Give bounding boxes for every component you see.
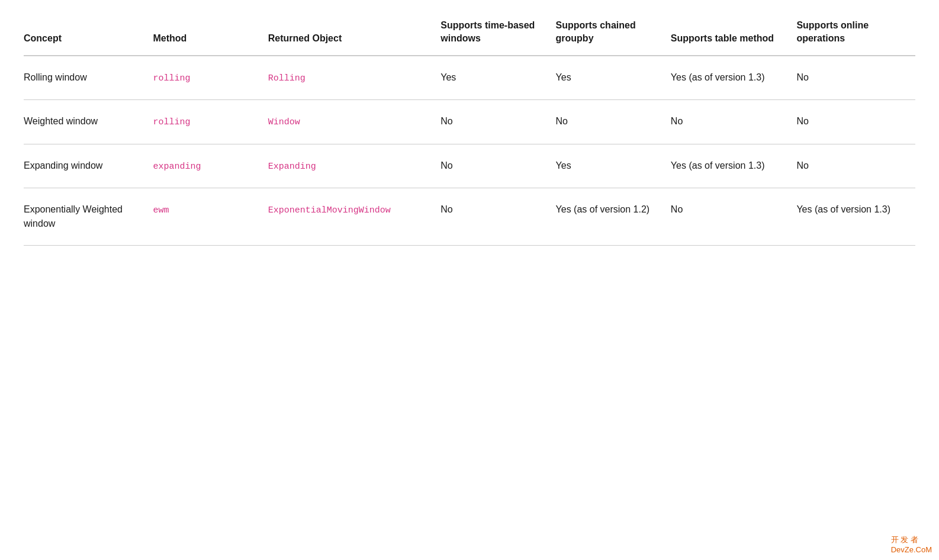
col-header-timebased: Supports time-based windows [433, 12, 548, 56]
cell-tablemethod: Yes (as of version 1.3) [664, 144, 790, 188]
cell-method: ewm [146, 188, 261, 246]
table-row: Weighted windowrollingWindowNoNoNoNo [24, 100, 915, 144]
col-header-returned: Returned Object [261, 12, 433, 56]
table-header-row: Concept Method Returned Object Supports … [24, 12, 915, 56]
cell-online: No [789, 144, 915, 188]
col-header-online: Supports online operations [789, 12, 915, 56]
cell-returned: Rolling [261, 56, 433, 100]
col-header-chained: Supports chained groupby [549, 12, 664, 56]
cell-timebased: No [433, 144, 548, 188]
cell-tablemethod: No [664, 188, 790, 246]
comparison-table: Concept Method Returned Object Supports … [24, 12, 915, 246]
cell-timebased: No [433, 188, 548, 246]
cell-online: Yes (as of version 1.3) [789, 188, 915, 246]
col-header-tablemethod: Supports table method [664, 12, 790, 56]
cell-timebased: No [433, 100, 548, 144]
cell-chained: Yes [549, 56, 664, 100]
cell-concept: Expanding window [24, 144, 146, 188]
cell-method: rolling [146, 100, 261, 144]
cell-method: expanding [146, 144, 261, 188]
col-header-method: Method [146, 12, 261, 56]
cell-returned: Expanding [261, 144, 433, 188]
cell-chained: Yes (as of version 1.2) [549, 188, 664, 246]
table-row: Exponentially Weighted windowewmExponent… [24, 188, 915, 246]
cell-concept: Rolling window [24, 56, 146, 100]
cell-timebased: Yes [433, 56, 548, 100]
cell-chained: No [549, 100, 664, 144]
table-row: Expanding windowexpandingExpandingNoYesY… [24, 144, 915, 188]
cell-concept: Weighted window [24, 100, 146, 144]
cell-tablemethod: Yes (as of version 1.3) [664, 56, 790, 100]
cell-online: No [789, 56, 915, 100]
cell-tablemethod: No [664, 100, 790, 144]
table-container: Concept Method Returned Object Supports … [24, 12, 915, 246]
cell-concept: Exponentially Weighted window [24, 188, 146, 246]
cell-online: No [789, 100, 915, 144]
cell-returned: ExponentialMovingWindow [261, 188, 433, 246]
cell-method: rolling [146, 56, 261, 100]
col-header-concept: Concept [24, 12, 146, 56]
cell-returned: Window [261, 100, 433, 144]
table-row: Rolling windowrollingRollingYesYesYes (a… [24, 56, 915, 100]
cell-chained: Yes [549, 144, 664, 188]
